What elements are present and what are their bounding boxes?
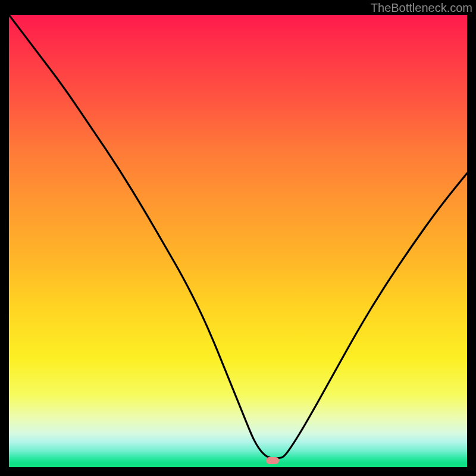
chart-frame: TheBottleneck.com — [0, 0, 476, 476]
bottleneck-curve — [9, 15, 467, 458]
curve-layer — [9, 15, 467, 467]
minimum-marker — [266, 457, 279, 464]
watermark-text: TheBottleneck.com — [371, 1, 472, 15]
